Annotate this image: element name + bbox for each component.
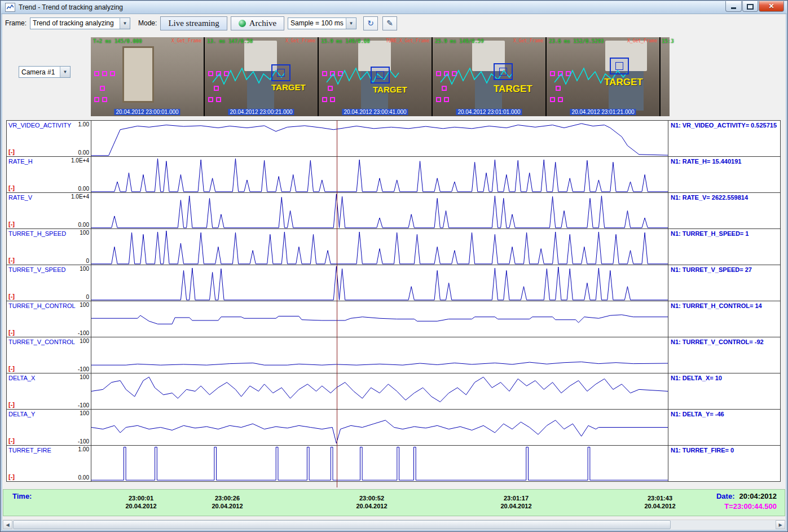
camera-frame[interactable]: T=2 ms 145/0.000X_Get_Frame20.04.2012 23… <box>91 37 204 116</box>
trend-chart[interactable] <box>91 446 668 481</box>
sample-select[interactable]: Sample = 100 ms ▼ <box>288 17 356 29</box>
signal-label-panel[interactable]: TURRET_V_SPEED100[-]0 <box>7 265 91 301</box>
archive-button[interactable]: Archive <box>231 16 284 30</box>
signal-collapse-button[interactable]: [-] <box>8 365 15 372</box>
frame-select[interactable]: Trend of tracking analyzing ▼ <box>30 17 130 29</box>
signal-label-panel[interactable]: TURRET_H_SPEED100[-]0 <box>7 229 91 265</box>
signal-current-value: N1: DELTA_X= 10 <box>671 375 722 381</box>
camera-frame[interactable]: TARGET25.9 ms 149/0.59X_Get_Frame20.04.2… <box>433 37 545 116</box>
title-bar[interactable]: Trend - Trend of tracking analyzing <box>1 1 787 14</box>
trend-row: DELTA_Y100[-]-100N1: DELTA_Y= -46 <box>6 409 781 446</box>
signal-value-panel: N1: RATE_V= 2622.559814 <box>668 193 780 228</box>
frame-timestamp: 20.04.2012 23:01:21.000 <box>570 109 636 115</box>
minimize-icon <box>731 7 736 9</box>
toolbar: Frame: Trend of tracking analyzing ▼ Mod… <box>3 14 785 32</box>
live-streaming-button[interactable]: Live streaming <box>160 16 227 30</box>
camera-frame[interactable]: TARGET23.6 ms 152/0.5293X_Get_Frame20.04… <box>547 37 659 116</box>
trend-row: TURRET_H_SPEED100[-]0N1: TURRET_H_SPEED=… <box>6 228 781 265</box>
osd-timing-text: T=2 ms 145/0.000 <box>93 38 142 44</box>
trend-chart[interactable] <box>91 373 668 409</box>
signal-collapse-button[interactable]: [-] <box>8 148 15 155</box>
window-controls: ✕ <box>725 1 784 12</box>
scroll-right-button[interactable]: ▶ <box>776 520 785 529</box>
trend-chart[interactable] <box>91 337 668 373</box>
scroll-left-button[interactable]: ◀ <box>3 520 12 529</box>
signal-collapse-button[interactable]: [-] <box>8 329 15 336</box>
signal-max-label: 1.00 <box>78 121 89 127</box>
tick-time: 23:00:26 <box>212 494 243 502</box>
camera-frame[interactable]: TARGET15.9 ms 149/0.60TUNE_X_Get_Frame20… <box>319 37 432 116</box>
trend-row: VR_VIDEO_ACTIVITY1.00[-]0.00N1: VR_VIDEO… <box>6 120 781 157</box>
horizontal-scrollbar[interactable]: ◀ ▶ <box>3 520 785 529</box>
signal-collapse-button[interactable]: [-] <box>8 257 15 263</box>
signal-value-panel: N1: TURRET_FIRE= 0 <box>668 446 780 481</box>
osd-status-text: X_Get_Frame <box>171 38 201 43</box>
trend-chart[interactable] <box>91 410 668 445</box>
osd-status-text: X_Get_Frame <box>285 38 315 43</box>
signal-name: VR_VIDEO_ACTIVITY <box>8 122 71 129</box>
signal-collapse-button[interactable]: [-] <box>8 293 15 300</box>
signal-min-label: 0.00 <box>78 222 89 228</box>
chevron-down-icon[interactable]: ▼ <box>346 18 356 29</box>
minimize-button[interactable] <box>725 1 742 12</box>
trend-chart[interactable] <box>91 121 668 156</box>
signal-min-label: -100 <box>78 438 89 445</box>
osd-timing-text: 13. ms 147/0.58 <box>207 38 253 44</box>
annotate-button[interactable]: ✎ <box>382 16 397 30</box>
signal-label-panel[interactable]: VR_VIDEO_ACTIVITY1.00[-]0.00 <box>7 121 91 156</box>
signal-min-label: -100 <box>78 402 89 408</box>
signal-value-panel: N1: DELTA_X= 10 <box>668 373 780 409</box>
time-label: Time: <box>12 492 32 500</box>
signal-collapse-button[interactable]: [-] <box>8 437 15 444</box>
sample-select-value: Sample = 100 ms <box>290 19 344 27</box>
osd-timing-text: 15:3 <box>662 38 674 44</box>
trend-chart[interactable] <box>91 301 668 337</box>
restore-button[interactable] <box>742 1 758 12</box>
signal-current-value: N1: DELTA_Y= -46 <box>671 411 724 417</box>
osd-timing-text: 15.9 ms 149/0.60 <box>321 38 370 44</box>
arrow-right-icon: ▶ <box>778 522 782 527</box>
osd-status-text: X_Get_Frame <box>513 38 543 43</box>
scrollbar-track[interactable] <box>12 520 776 529</box>
cursor-time-value: T=23:00:44.500 <box>716 502 777 512</box>
signal-collapse-button[interactable]: [-] <box>8 184 15 191</box>
camera-frame[interactable]: TARGET13. ms 147/0.58X_Get_Frame20.04.20… <box>205 37 318 116</box>
signal-label-panel[interactable]: DELTA_X100[-]-100 <box>7 373 91 409</box>
trend-chart[interactable] <box>91 265 668 301</box>
refresh-icon: ↻ <box>367 19 374 28</box>
frame-select-value: Trend of tracking analyzing <box>33 19 114 27</box>
signal-label-panel[interactable]: TURRET_H_CONTROL100[-]-100 <box>7 301 91 337</box>
scrollbar-thumb[interactable] <box>13 520 671 529</box>
signal-label-panel[interactable]: TURRET_FIRE1.00[-]0.00 <box>7 446 91 481</box>
time-cursor-line[interactable] <box>337 120 337 487</box>
signal-label-panel[interactable]: RATE_V1.0E+4[-]0.00 <box>7 193 91 228</box>
signal-max-label: 100 <box>80 230 89 236</box>
signal-collapse-button[interactable]: [-] <box>8 221 15 227</box>
signal-label-panel[interactable]: RATE_H1.0E+4[-]0.00 <box>7 157 91 192</box>
signal-current-value: N1: VR_VIDEO_ACTIVITY= 0.525715 <box>671 122 777 129</box>
mode-label: Mode: <box>138 19 157 27</box>
signal-collapse-button[interactable]: [-] <box>8 473 15 480</box>
signal-value-panel: N1: VR_VIDEO_ACTIVITY= 0.525715 <box>668 121 780 156</box>
close-button[interactable]: ✕ <box>759 1 784 12</box>
trend-chart[interactable] <box>91 157 668 192</box>
chevron-down-icon[interactable]: ▼ <box>60 67 70 77</box>
signal-name: TURRET_FIRE <box>8 447 51 454</box>
trend-chart[interactable] <box>91 193 668 228</box>
camera-select[interactable]: Camera #1 ▼ <box>19 66 71 78</box>
tick-date: 20.04.2012 <box>644 502 675 510</box>
osd-status-text: TUNE_X_Get_Frame <box>386 38 429 43</box>
signal-label-panel[interactable]: TURRET_V_CONTROL100[-]-100 <box>7 337 91 373</box>
trend-chart[interactable] <box>91 229 668 265</box>
frame-timestamp: 20.04.2012 23:00:41.000 <box>342 109 408 115</box>
signal-label-panel[interactable]: DELTA_Y100[-]-100 <box>7 410 91 445</box>
target-box <box>271 64 290 81</box>
signal-name: DELTA_Y <box>8 411 35 417</box>
chevron-down-icon[interactable]: ▼ <box>120 18 130 29</box>
time-tick: 23:01:4320.04.2012 <box>644 494 675 510</box>
signal-min-label: -100 <box>78 366 89 372</box>
refresh-button[interactable]: ↻ <box>363 16 378 30</box>
tick-date: 20.04.2012 <box>356 502 387 510</box>
signal-current-value: N1: RATE_H= 15.440191 <box>671 158 741 165</box>
signal-collapse-button[interactable]: [-] <box>8 401 15 408</box>
